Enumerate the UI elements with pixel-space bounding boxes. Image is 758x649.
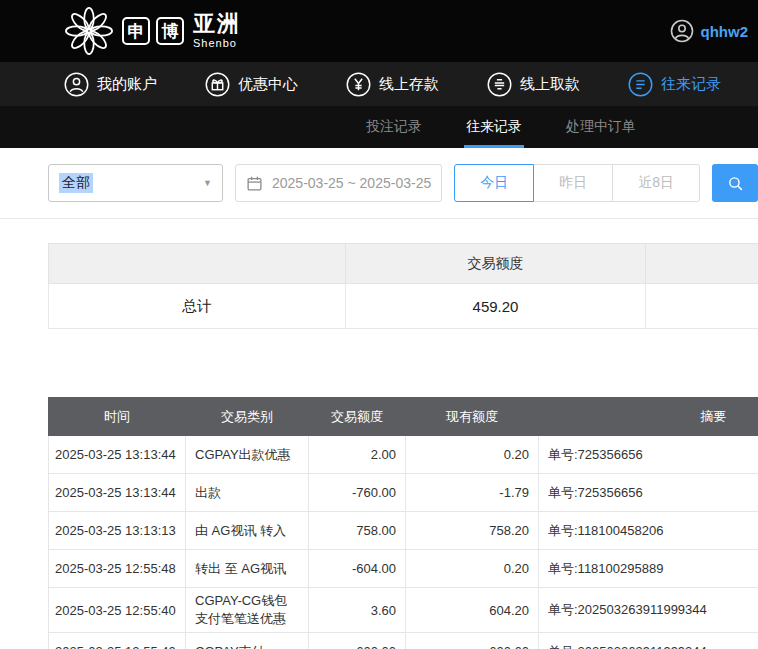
cell-summary: 单号:725356656 <box>539 474 758 512</box>
cell-type: CGPAY支付 <box>186 633 309 649</box>
flower-logo-icon <box>62 4 116 58</box>
nav-item-label: 优惠中心 <box>238 75 298 94</box>
tab-transaction-records[interactable]: 往来记录 <box>466 106 522 148</box>
cell-summary: 单号:118100458206 <box>539 512 758 550</box>
cell-type: CGPAY出款优惠 <box>186 436 309 474</box>
select-value: 全部 <box>59 173 93 193</box>
cell-type: 由 AG视讯 转入 <box>186 512 309 550</box>
summary-total-cutoff <box>646 284 758 329</box>
date-range-value: 2025-03-25 ~ 2025-03-25 <box>272 175 431 191</box>
quick-date-buttons: 今日 昨日 近8日 <box>454 164 700 202</box>
main-nav: 我的账户 优惠中心 线上存款 线上取款 往来记录 <box>0 62 758 106</box>
nav-item-deposit[interactable]: 线上存款 <box>346 72 439 97</box>
nav-item-label: 往来记录 <box>661 75 721 94</box>
tab-betting-records[interactable]: 投注记录 <box>366 106 422 148</box>
date-range-input[interactable]: 2025-03-25 ~ 2025-03-25 <box>235 164 442 202</box>
tab-processing-orders[interactable]: 处理中订单 <box>566 106 636 148</box>
cell-balance: 600.60 <box>406 633 539 649</box>
last-8-days-button[interactable]: 近8日 <box>612 164 700 202</box>
transactions-header-row: 时间 交易类别 交易额度 现有额度 摘要 <box>49 398 758 436</box>
nav-item-my-account[interactable]: 我的账户 <box>64 72 157 97</box>
summary-table: 交易额度 总计 459.20 <box>48 243 758 329</box>
col-header-summary: 摘要 <box>539 398 758 436</box>
tab-label: 处理中订单 <box>566 118 636 136</box>
withdraw-icon <box>487 72 512 97</box>
username[interactable]: qhhw2 <box>701 23 749 40</box>
transactions-table: 时间 交易类别 交易额度 现有额度 摘要 2025-03-25 13:13:44… <box>48 397 758 649</box>
transaction-type-select[interactable]: 全部 ▼ <box>48 164 223 202</box>
cell-time: 2025-03-25 12:55:40 <box>49 588 186 633</box>
brand-char-bo: 博 <box>156 17 184 45</box>
cell-type: 转出 至 AG视讯 <box>186 550 309 588</box>
table-row: 2025-03-25 13:13:13 由 AG视讯 转入 758.00 758… <box>49 512 758 550</box>
table-row: 2025-03-25 13:13:44 出款 -760.00 -1.79 单号:… <box>49 474 758 512</box>
brand-char-shen: 申 <box>122 17 150 45</box>
nav-item-promotions[interactable]: 优惠中心 <box>205 72 298 97</box>
tab-label: 投注记录 <box>366 118 422 136</box>
calendar-icon <box>246 175 263 192</box>
sub-nav: 投注记录 往来记录 处理中订单 <box>0 106 758 148</box>
cell-time: 2025-03-25 12:55:40 <box>49 633 186 649</box>
cell-amount: -760.00 <box>309 474 406 512</box>
summary-total-value: 459.20 <box>346 284 646 329</box>
brand-name-en: Shenbo <box>193 38 241 49</box>
deposit-icon <box>346 72 371 97</box>
nav-item-label: 线上存款 <box>379 75 439 94</box>
yesterday-button[interactable]: 昨日 <box>533 164 613 202</box>
cell-balance: 0.20 <box>406 550 539 588</box>
table-row: 2025-03-25 12:55:40 CGPAY-CG钱包支付笔笔送优惠 3.… <box>49 588 758 633</box>
cell-amount: 2.00 <box>309 436 406 474</box>
tab-label: 往来记录 <box>466 118 522 136</box>
cell-time: 2025-03-25 13:13:44 <box>49 474 186 512</box>
top-header: 申 博 亚洲 Shenbo qhhw2 <box>0 0 758 62</box>
cell-time: 2025-03-25 13:13:44 <box>49 436 186 474</box>
col-header-balance: 现有额度 <box>406 398 539 436</box>
search-button[interactable] <box>712 164 758 202</box>
cell-time: 2025-03-25 13:13:13 <box>49 512 186 550</box>
cell-summary: 单号:202503263911999344 <box>539 633 758 649</box>
nav-item-label: 线上取款 <box>520 75 580 94</box>
chevron-down-icon: ▼ <box>203 178 212 188</box>
today-button[interactable]: 今日 <box>454 164 534 202</box>
filter-bar: 全部 ▼ 2025-03-25 ~ 2025-03-25 今日 昨日 近8日 <box>0 148 758 219</box>
cell-summary: 单号:202503263911999344 <box>539 588 758 633</box>
cell-summary: 单号:118100295889 <box>539 550 758 588</box>
col-header-amount: 交易额度 <box>309 398 406 436</box>
table-row: 2025-03-25 12:55:48 转出 至 AG视讯 -604.00 0.… <box>49 550 758 588</box>
cell-type: CGPAY-CG钱包支付笔笔送优惠 <box>186 588 309 633</box>
col-header-time: 时间 <box>49 398 186 436</box>
table-row: 2025-03-25 12:55:40 CGPAY支付 600.00 600.6… <box>49 633 758 649</box>
col-header-type: 交易类别 <box>186 398 309 436</box>
cell-amount: 3.60 <box>309 588 406 633</box>
nav-item-records[interactable]: 往来记录 <box>628 72 721 97</box>
cell-type: 出款 <box>186 474 309 512</box>
cell-balance: 604.20 <box>406 588 539 633</box>
summary-total-row: 总计 459.20 <box>49 284 758 329</box>
brand-logo[interactable]: 申 博 亚洲 Shenbo <box>62 4 241 58</box>
user-icon <box>64 72 89 97</box>
cell-time: 2025-03-25 12:55:48 <box>49 550 186 588</box>
gift-icon <box>205 72 230 97</box>
records-icon <box>628 72 653 97</box>
cell-summary: 单号:725356656 <box>539 436 758 474</box>
brand-name-cn: 亚洲 <box>193 13 241 35</box>
user-avatar-icon <box>670 19 694 43</box>
cell-balance: 0.20 <box>406 436 539 474</box>
transactions-body: 2025-03-25 13:13:44 CGPAY出款优惠 2.00 0.20 … <box>49 436 758 649</box>
cell-balance: 758.20 <box>406 512 539 550</box>
cell-balance: -1.79 <box>406 474 539 512</box>
cell-amount: 600.00 <box>309 633 406 649</box>
search-icon <box>727 175 744 192</box>
summary-header-empty <box>49 244 346 284</box>
nav-item-label: 我的账户 <box>97 75 157 94</box>
nav-item-withdraw[interactable]: 线上取款 <box>487 72 580 97</box>
cell-amount: -604.00 <box>309 550 406 588</box>
summary-header-amount: 交易额度 <box>346 244 646 284</box>
summary-header-cutoff <box>646 244 758 284</box>
account-area[interactable]: qhhw2 <box>670 19 749 43</box>
table-row: 2025-03-25 13:13:44 CGPAY出款优惠 2.00 0.20 … <box>49 436 758 474</box>
cell-amount: 758.00 <box>309 512 406 550</box>
summary-header-row: 交易额度 <box>49 244 758 284</box>
summary-total-label: 总计 <box>49 284 346 329</box>
